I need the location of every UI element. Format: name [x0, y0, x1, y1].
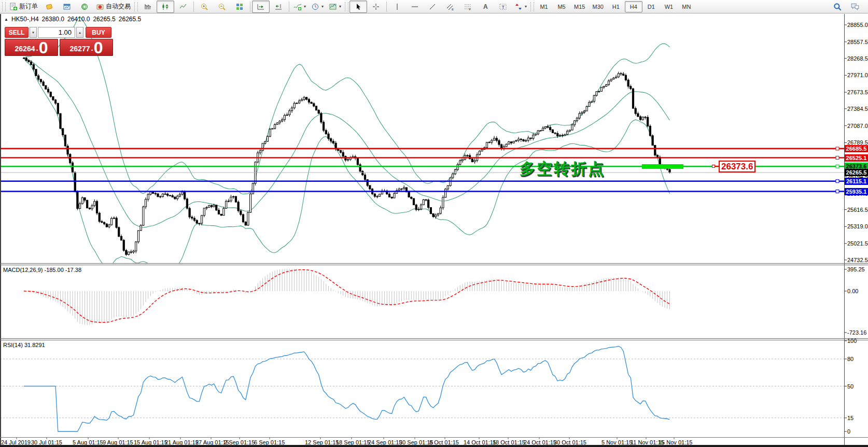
- auto-scroll-button[interactable]: [252, 1, 270, 13]
- text-label-icon: T: [499, 3, 507, 11]
- macd-panel-separator[interactable]: [0, 265, 868, 265]
- sell-price-display[interactable]: 26264 . 0: [5, 39, 58, 56]
- timeframe-button-mn[interactable]: MN: [678, 1, 695, 12]
- dropdown-arrow-icon: ▾: [339, 4, 341, 9]
- sell-price-separator: .: [36, 42, 38, 54]
- main-toolbar: 新订单 自动交易 ▾ ▾: [0, 0, 868, 13]
- timeframe-button-m5[interactable]: M5: [553, 1, 570, 12]
- main-chart-layer: [0, 17, 844, 268]
- new-order-button[interactable]: 新订单: [7, 1, 40, 13]
- macd-axis-tick: 0.00: [847, 288, 858, 294]
- signals-button[interactable]: [76, 1, 93, 13]
- vertical-line-icon: [393, 3, 401, 11]
- arrows-button[interactable]: ▾: [512, 1, 529, 13]
- price-axis-tick: 28855.0: [847, 22, 868, 28]
- macd-panel-separator[interactable]: [0, 263, 868, 264]
- resistance-line-price-label: 26685.5: [845, 145, 868, 152]
- price-axis-tick: 27087.0: [847, 123, 868, 129]
- price-tag-label[interactable]: 26373.6: [719, 161, 755, 172]
- clock-icon: [311, 3, 319, 11]
- timeframe-button-d1[interactable]: D1: [642, 1, 660, 12]
- rsi-axis-tick: 80: [847, 356, 853, 362]
- vertical-line-button[interactable]: [388, 1, 406, 13]
- svg-text:F: F: [469, 8, 471, 11]
- chart-windows-button[interactable]: [58, 1, 76, 13]
- one-click-collapse-icon[interactable]: ▲: [4, 17, 8, 22]
- chat-button[interactable]: [846, 1, 864, 13]
- zoom-out-icon: [218, 3, 226, 11]
- sell-button[interactable]: SELL: [5, 27, 29, 38]
- crosshair-button[interactable]: [367, 1, 385, 13]
- buy-price-display[interactable]: 26277 . 0: [60, 39, 113, 56]
- timeframe-button-m15[interactable]: M15: [570, 1, 589, 12]
- timeframe-button-m1[interactable]: M1: [535, 1, 553, 12]
- highlight-bar[interactable]: [642, 164, 683, 169]
- trendline-button[interactable]: [424, 1, 441, 13]
- chart-shift-icon: [274, 3, 283, 11]
- macd-axis-tick: 395.25: [847, 266, 865, 272]
- bar-chart-button[interactable]: [139, 1, 157, 13]
- volume-input[interactable]: [38, 27, 75, 38]
- channel-icon: E: [446, 3, 454, 11]
- macd-axis-tick: -723.16: [847, 329, 866, 336]
- text-label-button[interactable]: T: [494, 1, 512, 13]
- periods-button[interactable]: ▾: [309, 1, 326, 13]
- sell-price-main: 26264: [15, 44, 35, 54]
- window-left-edge: [0, 14, 1, 445]
- chart-shift-button[interactable]: [270, 1, 287, 13]
- toolbar-drag-handle[interactable]: [2, 2, 6, 11]
- zoom-out-button[interactable]: [213, 1, 231, 13]
- cursor-icon: [354, 3, 362, 11]
- timeframe-button-w1[interactable]: W1: [660, 1, 678, 12]
- indicators-button[interactable]: ▾: [291, 1, 309, 13]
- autotrading-icon: [96, 3, 104, 11]
- price-axis-tick: 28557.5: [847, 39, 868, 45]
- toolbar-drag-handle[interactable]: [134, 2, 138, 11]
- arrows-icon: [514, 3, 523, 11]
- candlestick-chart-button[interactable]: [157, 1, 174, 13]
- tile-windows-icon: [235, 3, 244, 11]
- rsi-axis-tick: 0: [847, 428, 850, 435]
- timeframe-button-h4[interactable]: H4: [625, 1, 642, 12]
- text-button[interactable]: A: [477, 1, 494, 13]
- equidistant-channel-button[interactable]: E: [441, 1, 459, 13]
- templates-button[interactable]: ▾: [326, 1, 344, 13]
- search-button[interactable]: [829, 1, 846, 13]
- macd-indicator-label: MACD(12,26,9) -185.00 -17.38: [3, 267, 81, 273]
- horizontal-line-button[interactable]: [406, 1, 424, 13]
- time-axis-separator: [0, 437, 868, 438]
- price-axis-tick: 25319.0: [847, 223, 868, 229]
- toolbar-drag-handle[interactable]: [530, 2, 534, 11]
- autotrading-button[interactable]: 自动交易: [93, 1, 133, 13]
- price-axis-tick: 27384.5: [847, 106, 868, 112]
- market-watch-icon: [45, 3, 53, 11]
- buy-button[interactable]: BUY: [86, 27, 111, 38]
- current-price-label: 26265.5: [845, 169, 868, 176]
- window-bottom-edge: [0, 445, 868, 447]
- timeframe-button-h1[interactable]: H1: [607, 1, 625, 12]
- price-chart-canvas[interactable]: [0, 0, 868, 447]
- sell-price-last-digit: 0: [39, 40, 48, 55]
- line-chart-button[interactable]: [174, 1, 192, 13]
- buy-price-main: 26277: [70, 44, 90, 54]
- line-chart-icon: [179, 3, 187, 11]
- toolbar-drag-handle[interactable]: [345, 2, 348, 11]
- close-value: 26265.5: [119, 16, 141, 23]
- turning-point-annotation[interactable]: 多空转折点: [520, 158, 605, 180]
- ohlc-readout: ▲ HK50-,H4 26380.0 26410.0 26265.5 26265…: [4, 16, 141, 23]
- new-order-label: 新订单: [19, 2, 38, 11]
- volume-increase-button[interactable]: ▲: [76, 27, 83, 38]
- volume-decrease-button[interactable]: ▼: [30, 27, 37, 38]
- market-watch-button[interactable]: [40, 1, 58, 13]
- bar-chart-icon: [144, 3, 152, 11]
- rsi-panel-separator[interactable]: [0, 340, 868, 340]
- zoom-in-button[interactable]: [195, 1, 213, 13]
- cursor-button[interactable]: [349, 1, 367, 13]
- fibonacci-button[interactable]: F: [459, 1, 477, 13]
- fibonacci-icon: F: [464, 3, 472, 11]
- timeframe-button-m30[interactable]: M30: [589, 1, 607, 12]
- resistance-line-price-label: 26525.1: [845, 154, 868, 162]
- tile-windows-button[interactable]: [231, 1, 248, 13]
- price-axis-tick: 27971.0: [847, 72, 868, 78]
- rsi-panel-separator[interactable]: [0, 338, 868, 339]
